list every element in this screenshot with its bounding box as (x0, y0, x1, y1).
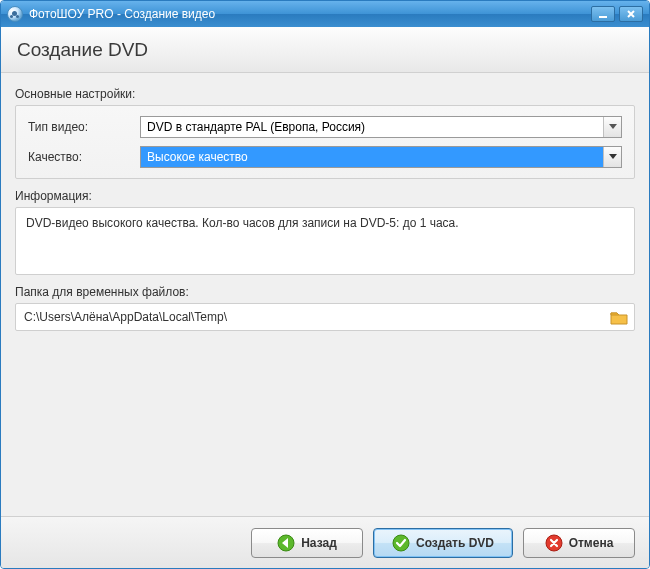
back-button[interactable]: Назад (251, 528, 363, 558)
quality-label: Качество: (28, 150, 140, 164)
browse-folder-button[interactable] (610, 309, 628, 325)
svg-rect-0 (599, 16, 607, 18)
dialog-header: Создание DVD (1, 27, 649, 73)
chevron-down-icon (603, 117, 621, 137)
video-type-value: DVD в стандарте PAL (Европа, Россия) (141, 117, 603, 137)
cancel-button[interactable]: Отмена (523, 528, 635, 558)
check-icon (392, 534, 410, 552)
dialog-footer: Назад Создать DVD Отмена (1, 516, 649, 568)
video-type-row: Тип видео: DVD в стандарте PAL (Европа, … (28, 116, 622, 138)
content-area: Основные настройки: Тип видео: DVD в ста… (1, 73, 649, 516)
svg-point-2 (393, 535, 409, 551)
app-icon (7, 6, 23, 22)
main-settings-group: Тип видео: DVD в стандарте PAL (Европа, … (15, 105, 635, 179)
close-button[interactable] (619, 6, 643, 22)
minimize-button[interactable] (591, 6, 615, 22)
back-button-label: Назад (301, 536, 337, 550)
video-type-dropdown[interactable]: DVD в стандарте PAL (Европа, Россия) (140, 116, 622, 138)
cancel-icon (545, 534, 563, 552)
folder-icon (610, 309, 628, 327)
video-type-label: Тип видео: (28, 120, 140, 134)
temp-folder-box: C:\Users\Алёна\AppData\Local\Temp\ (15, 303, 635, 331)
information-text: DVD-видео высокого качества. Кол-во часо… (26, 216, 459, 230)
main-settings-label: Основные настройки: (15, 87, 635, 101)
quality-row: Качество: Высокое качество (28, 146, 622, 168)
page-title: Создание DVD (17, 39, 148, 61)
window-controls (591, 6, 643, 22)
quality-dropdown[interactable]: Высокое качество (140, 146, 622, 168)
create-dvd-button-label: Создать DVD (416, 536, 494, 550)
quality-value: Высокое качество (141, 147, 603, 167)
information-box: DVD-видео высокого качества. Кол-во часо… (15, 207, 635, 275)
cancel-button-label: Отмена (569, 536, 614, 550)
arrow-left-icon (277, 534, 295, 552)
chevron-down-icon (603, 147, 621, 167)
titlebar: ФотоШОУ PRO - Создание видео (1, 1, 649, 27)
window-title: ФотоШОУ PRO - Создание видео (29, 7, 591, 21)
temp-folder-label: Папка для временных файлов: (15, 285, 635, 299)
temp-folder-path: C:\Users\Алёна\AppData\Local\Temp\ (24, 310, 610, 324)
dialog-window: ФотоШОУ PRO - Создание видео Создание DV… (0, 0, 650, 569)
information-label: Информация: (15, 189, 635, 203)
create-dvd-button[interactable]: Создать DVD (373, 528, 513, 558)
